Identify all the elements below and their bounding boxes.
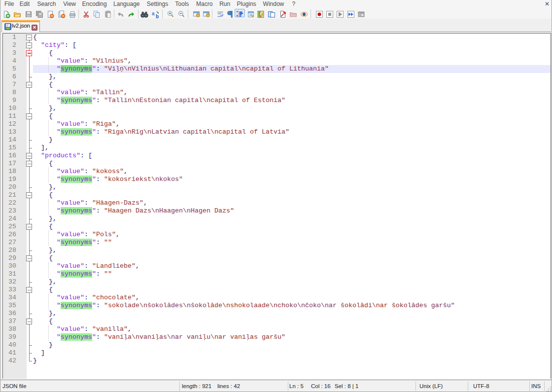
- svg-text:b: b: [156, 14, 159, 19]
- svg-text:a: a: [152, 11, 155, 16]
